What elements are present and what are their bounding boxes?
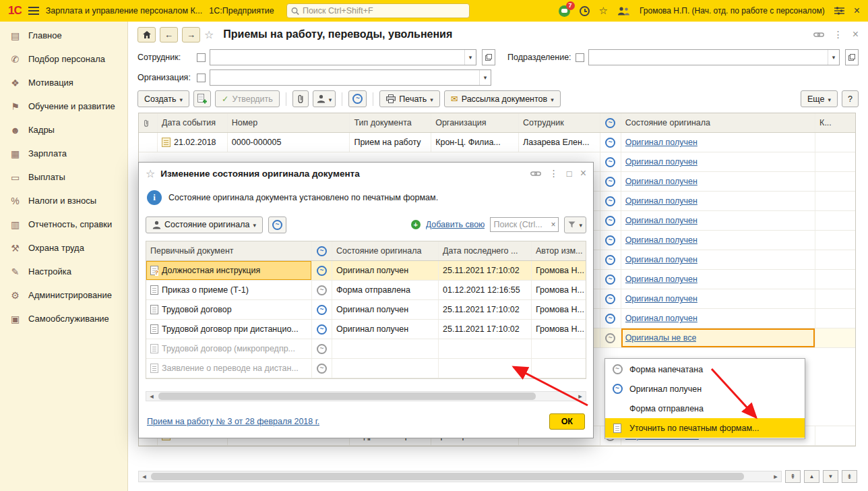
approve-button[interactable]: Утвердить	[215, 90, 280, 107]
original-status-link[interactable]: Оригинал получен	[625, 138, 698, 147]
employee-filter-checkbox[interactable]	[197, 53, 206, 62]
sidebar-item-recruitment[interactable]: ✆Подбор персонала	[0, 47, 127, 71]
sidebar-item-setup[interactable]: ✎Настройка	[0, 260, 127, 283]
history-icon[interactable]	[580, 6, 590, 16]
main-menu-icon[interactable]	[28, 7, 39, 15]
sidebar-item-taxes[interactable]: %Налоги и взносы	[0, 189, 127, 212]
original-state-button[interactable]	[268, 216, 286, 233]
scroll-left-button[interactable]	[139, 472, 150, 481]
more-menu-icon[interactable]	[834, 29, 843, 40]
close-dialog-icon[interactable]	[580, 167, 586, 179]
table-row[interactable]: Приказ о приеме (Т-1) Форма отправлена 0…	[146, 281, 586, 300]
favorite-star-icon[interactable]	[146, 167, 155, 180]
employee-choose-button[interactable]	[482, 49, 495, 65]
column-header-doc-type[interactable]: Тип документа	[350, 113, 431, 132]
table-row-disabled[interactable]: Заявление о переводе на дистан...	[146, 359, 586, 378]
current-user[interactable]: Громова Н.П. (Нач. отд. по работе с перс…	[640, 6, 825, 16]
add-own-state-link[interactable]: Добавить свою	[426, 220, 485, 229]
original-status-link[interactable]: Оригинал получен	[625, 314, 698, 323]
column-header-status[interactable]: Состояние оригинала	[332, 241, 439, 260]
table-header-row[interactable]: Дата события Номер Тип документа Организ…	[139, 113, 855, 133]
go-to-list-end-button[interactable]	[842, 470, 857, 483]
sidebar-item-motivation[interactable]: ❖Мотивация	[0, 71, 127, 94]
menu-item-original-received[interactable]: Оригинал получен	[605, 379, 805, 399]
table-row-disabled[interactable]: Трудовой договор (микропредпр...	[146, 339, 586, 359]
favorite-star-icon[interactable]	[204, 28, 214, 41]
get-link-icon[interactable]	[813, 32, 824, 38]
sidebar-item-training[interactable]: ⚑Обучение и развитие	[0, 94, 127, 118]
dialog-horizontal-scrollbar[interactable]	[146, 391, 586, 401]
table-header-row[interactable]: Первичный документ Состояние оригинала Д…	[146, 241, 586, 261]
help-button[interactable]: ?	[842, 90, 859, 107]
department-filter-checkbox[interactable]	[576, 53, 584, 62]
original-status-link[interactable]: Оригинал получен	[625, 177, 698, 186]
favorites-icon[interactable]	[599, 5, 608, 17]
scroll-down-button[interactable]	[823, 470, 838, 483]
original-state-button[interactable]	[348, 90, 367, 107]
scrollbar-thumb[interactable]	[151, 473, 744, 480]
clear-search-icon[interactable]	[551, 220, 555, 229]
table-row-selected[interactable]: Должностная инструкция Оригинал получен …	[146, 261, 586, 281]
organization-dropdown-icon[interactable]	[479, 70, 491, 85]
home-button[interactable]	[137, 27, 156, 42]
mailing-button[interactable]: Рассылка документов	[444, 90, 561, 107]
sidebar-item-main[interactable]: ▤Главное	[0, 24, 127, 47]
more-button[interactable]: Еще	[801, 90, 838, 107]
original-status-link[interactable]: Оригинал получен	[625, 157, 698, 167]
create-button[interactable]: Создать	[137, 90, 189, 107]
sidebar-item-reports[interactable]: ▥Отчетность, справки	[0, 212, 127, 236]
panel-settings-icon[interactable]	[834, 7, 844, 15]
column-header-employee[interactable]: Сотрудник	[519, 113, 600, 132]
column-header-status[interactable]: Состояние оригинала	[621, 113, 815, 132]
scroll-right-button[interactable]	[575, 392, 586, 401]
menu-item-form-printed[interactable]: Форма напечатана	[605, 359, 805, 379]
employee-combobox[interactable]	[210, 49, 476, 65]
employee-actions-button[interactable]	[313, 90, 336, 107]
go-to-list-begin-button[interactable]	[785, 470, 801, 483]
ok-button[interactable]: ОК	[549, 413, 585, 430]
sidebar-item-labor-safety[interactable]: ⚒Охрана труда	[0, 236, 127, 260]
print-button[interactable]: Печать	[379, 90, 439, 107]
table-row[interactable]: Трудовой договор при дистанцио... Оригин…	[146, 320, 586, 339]
global-search[interactable]	[286, 3, 470, 18]
column-header-author[interactable]: Автор изм...	[532, 241, 586, 260]
maximize-icon[interactable]	[567, 169, 572, 179]
dialog-search-input[interactable]	[493, 220, 549, 229]
scroll-right-button[interactable]	[770, 472, 781, 481]
table-row[interactable]: 21.02.2018 0000-000005 Прием на работу К…	[139, 133, 855, 152]
original-status-link[interactable]: Оригинал получен	[625, 294, 698, 304]
global-search-input[interactable]	[303, 6, 465, 16]
column-header-number[interactable]: Номер	[228, 113, 350, 132]
create-new-list-item-button[interactable]	[193, 90, 211, 107]
column-header-k[interactable]: К...	[815, 113, 855, 132]
more-menu-icon[interactable]	[549, 168, 559, 179]
set-original-state-button[interactable]: Состояние оригинала	[146, 216, 263, 233]
document-link[interactable]: Прием на работу № 3 от 28 февраля 2018 г…	[147, 417, 319, 426]
column-header-date[interactable]: Дата события	[158, 113, 228, 132]
column-header-primary-doc[interactable]: Первичный документ	[146, 241, 312, 260]
current-cell[interactable]: Оригиналы не все	[621, 328, 815, 347]
horizontal-scrollbar[interactable]	[138, 471, 782, 482]
department-dropdown-icon[interactable]	[828, 50, 839, 65]
column-header-modified[interactable]: Дата последнего ...	[439, 241, 532, 260]
organization-combobox[interactable]	[210, 69, 491, 86]
users-icon[interactable]	[617, 7, 630, 16]
department-choose-button[interactable]	[845, 49, 859, 65]
column-header-organization[interactable]: Организация	[431, 113, 519, 132]
employee-dropdown-icon[interactable]	[464, 50, 476, 65]
scroll-left-button[interactable]	[146, 392, 157, 401]
original-status-link[interactable]: Оригиналы не все	[625, 333, 697, 343]
filter-button[interactable]	[564, 216, 586, 233]
sidebar-item-administration[interactable]: ⚙Администрирование	[0, 283, 127, 307]
dialog-search[interactable]	[490, 217, 559, 232]
original-status-link[interactable]: Оригинал получен	[625, 255, 698, 264]
get-link-icon[interactable]	[530, 171, 541, 177]
close-form-icon[interactable]	[852, 28, 859, 40]
sidebar-item-staff[interactable]: ☻Кадры	[0, 118, 127, 142]
sidebar-item-salary[interactable]: ▦Зарплата	[0, 142, 127, 165]
scroll-up-button[interactable]	[804, 470, 819, 483]
original-status-link[interactable]: Оригинал получен	[625, 196, 698, 206]
menu-item-specify-by-printed-forms[interactable]: Уточнить по печатным формам...	[605, 418, 805, 438]
forward-button[interactable]	[182, 27, 200, 42]
department-combobox[interactable]	[588, 49, 840, 65]
